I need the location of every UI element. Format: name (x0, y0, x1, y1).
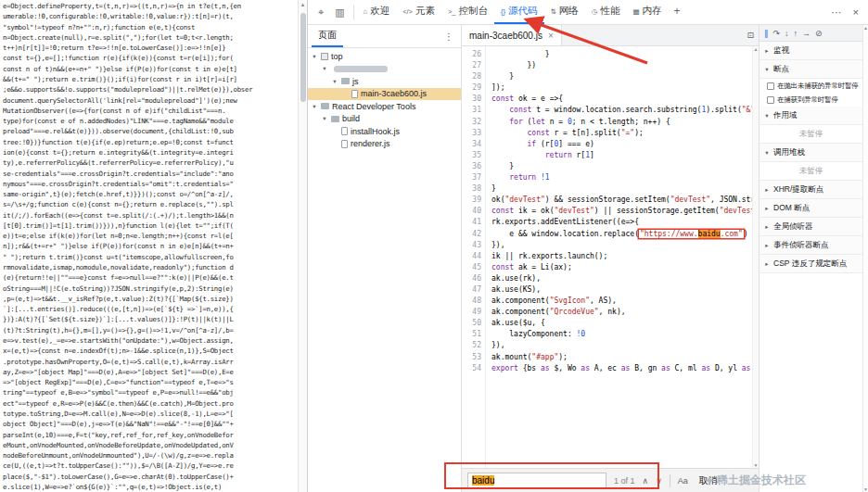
code-line: const ok = e =>{ (491, 94, 759, 105)
scroll-up-icon[interactable]: ▲ (863, 25, 868, 31)
gutter-line-number[interactable]: 26 (462, 49, 481, 60)
gutter-line-number[interactable]: 30 (462, 94, 481, 105)
more-options-icon[interactable]: ⋯ (826, 6, 848, 19)
gutter-line-number[interactable]: 39 (462, 195, 481, 206)
previous-match-icon[interactable]: ∧ (643, 476, 649, 486)
editor-tab-main-js[interactable]: main-3caeb600.js × (462, 25, 562, 45)
global-listeners-section-header[interactable]: ▸全局侦听器 (760, 218, 862, 236)
gutter-line-number[interactable]: 45 (462, 262, 481, 273)
editor-scrollbar[interactable]: ▲ ▼ (752, 46, 759, 468)
dom-breakpoints-section-header[interactable]: ▸DOM 断点 (760, 199, 862, 218)
gutter-line-number[interactable]: 29 (462, 82, 481, 94)
scrollbar-thumb[interactable] (300, 13, 306, 102)
scroll-down-icon[interactable]: ▼ (863, 486, 868, 492)
gutter-line-number[interactable]: 27 (462, 60, 481, 71)
gutter-line-number[interactable]: 43 (462, 240, 481, 251)
devtools-tab-sources[interactable]: {}源代码 (494, 0, 544, 24)
tab-label: 控制台 (459, 5, 489, 18)
scope-section-header[interactable]: ▾作用域 (760, 107, 862, 125)
minified-code-line: document.querySelectorAll('link[rel="mod… (3, 95, 298, 106)
deactivate-breakpoints-icon[interactable]: ⊘ (815, 29, 823, 38)
tree-item-js-folder[interactable]: ▾js (308, 75, 461, 88)
checkbox[interactable] (767, 96, 774, 104)
gutter-line-number[interactable]: 47 (462, 284, 481, 296)
gutter-line-number[interactable]: 32 (462, 117, 481, 128)
watch-section-header[interactable]: ▸监视 (760, 42, 862, 60)
minified-code-line: it(/;/).forEach((e=>{const t=e.split(/:(… (3, 210, 298, 221)
step-into-icon[interactable]: ↓ (785, 29, 789, 38)
code-line: for (let n = 0; n < t.length; n++) { (491, 117, 759, 128)
devtools-tab-performance[interactable]: ◷性能 (585, 0, 627, 24)
tree-item-main-js-file[interactable]: main-3caeb600.js (308, 88, 461, 101)
gutter-line-number[interactable]: 41 (462, 217, 481, 228)
gutter-line-number[interactable]: 40 (462, 206, 481, 217)
scroll-up-icon[interactable]: ▲ (754, 46, 759, 52)
breakpoints-section-header[interactable]: ▾断点 (760, 60, 862, 79)
gutter-line-number[interactable]: 34 (462, 139, 481, 150)
devtools-tab-console[interactable]: >_控制台 (441, 0, 494, 24)
call-stack-section-header[interactable]: ▾调用堆栈 (760, 144, 862, 162)
devtools-tab-memory[interactable]: ▦内存 (626, 0, 668, 24)
csp-violation-breakpoints-section-header[interactable]: ▸CSP 违反了规定断点 (760, 255, 862, 273)
gutter-line-number[interactable]: 35 (462, 150, 481, 161)
step-icon[interactable]: → (802, 29, 811, 38)
file-icon (341, 127, 348, 135)
devtools-tab-welcome[interactable]: ⌂欢迎 (357, 0, 397, 24)
xhr-fetch-breakpoints-section-header[interactable]: ▸XHR/提取断点 (760, 181, 862, 199)
sidebar-scrollbar[interactable]: ▲ ▼ (862, 25, 868, 492)
event-listener-breakpoints-section-header[interactable]: ▸事件侦听器断点 (760, 236, 862, 255)
scroll-up-icon[interactable]: ▲ (299, 0, 307, 7)
tree-item-installhook-js-file[interactable]: installHook.js (308, 125, 461, 138)
editor-more-icon[interactable]: ⊡ (742, 25, 759, 45)
gutter-line-number[interactable]: 33 (462, 128, 481, 139)
code-line: export {bs as $, Wo as A, ec as B, gn as… (491, 363, 759, 374)
navigator-more-icon[interactable]: ⋮ (440, 25, 457, 47)
gutter-line-number[interactable]: 54 (462, 363, 481, 374)
gutter-line-number[interactable]: 36 (462, 161, 481, 172)
tree-item-renderer-js-file[interactable]: renderer.js (308, 138, 461, 151)
devtools-tab-network[interactable]: ⇅网络 (544, 0, 585, 24)
minified-code-line: " ");return t.trim()}const u=t("itemscop… (3, 252, 298, 262)
step-out-icon[interactable]: ↑ (794, 29, 798, 38)
next-match-icon[interactable]: ∨ (656, 476, 662, 486)
cancel-button[interactable]: 取消 (696, 474, 721, 487)
device-toolbar-icon[interactable]: ▥ (329, 6, 350, 19)
breakpoints-option[interactable]: 在抛出未捕获的异常时暂停 (760, 79, 862, 93)
gutter-line-number[interactable]: 51 (462, 329, 481, 340)
devtools-tab-elements[interactable]: </>元素 (396, 0, 441, 24)
gutter-line-number[interactable]: 44 (462, 251, 481, 262)
search-input[interactable]: baidu (467, 473, 606, 489)
gutter-line-number[interactable]: 28 (462, 71, 481, 82)
match-case-toggle[interactable]: Aa (678, 476, 688, 486)
gutter-line-number[interactable]: 52 (462, 340, 481, 351)
inspect-icon[interactable]: ⌖ (313, 6, 329, 19)
webpage-scrollbar[interactable]: ▲ (298, 0, 307, 492)
step-over-icon[interactable]: ↷ (773, 29, 781, 38)
tree-item-top-frame[interactable]: ▾top (308, 50, 461, 63)
gutter-line-number[interactable]: 31 (462, 105, 481, 116)
code-line: ak.mount("#app"); (491, 352, 759, 363)
pause-resume-icon[interactable]: ∥ (764, 29, 769, 38)
gutter-line-number[interactable]: 53 (462, 352, 481, 363)
tree-item-redacted-domain[interactable]: ▾ (308, 63, 461, 76)
minified-code-line: se-credentials"===e.crossOrigin?t.creden… (3, 169, 298, 179)
gutter-line-number[interactable]: 49 (462, 307, 481, 318)
add-tools-button[interactable]: + (669, 0, 686, 24)
close-devtools-icon[interactable]: × (848, 6, 864, 18)
code-line: e && window.location.replace("https://ww… (491, 229, 759, 240)
checkbox[interactable] (767, 82, 774, 90)
tree-item-react-developer-tools[interactable]: ▾React Developer Tools (308, 100, 461, 113)
close-tab-icon[interactable]: × (548, 31, 554, 41)
navigator-tab-page[interactable]: 页面 (312, 25, 343, 47)
gutter-line-number[interactable]: 37 (462, 172, 481, 183)
gutter-line-number[interactable]: 46 (462, 273, 481, 284)
minified-code-line: })}:A(t)?{[`Set(${t.size})`]:[...t.value… (3, 314, 298, 324)
gutter-line-number[interactable]: 48 (462, 296, 481, 307)
tree-item-build-folder[interactable]: ▾build (308, 113, 461, 126)
code-editor-area[interactable]: 2627282930313233343536373839404142434445… (462, 46, 759, 468)
gutter-line-number[interactable]: 38 (462, 183, 481, 195)
gutter-line-number[interactable]: 50 (462, 318, 481, 329)
breakpoints-option[interactable]: 在捕获到异常时暂停 (760, 93, 862, 107)
gutter-line-number[interactable]: 42 (462, 229, 481, 240)
minified-code-line: t++)n[r[t]]=!0;return t?e=>!!n[e.toLower… (3, 43, 298, 53)
